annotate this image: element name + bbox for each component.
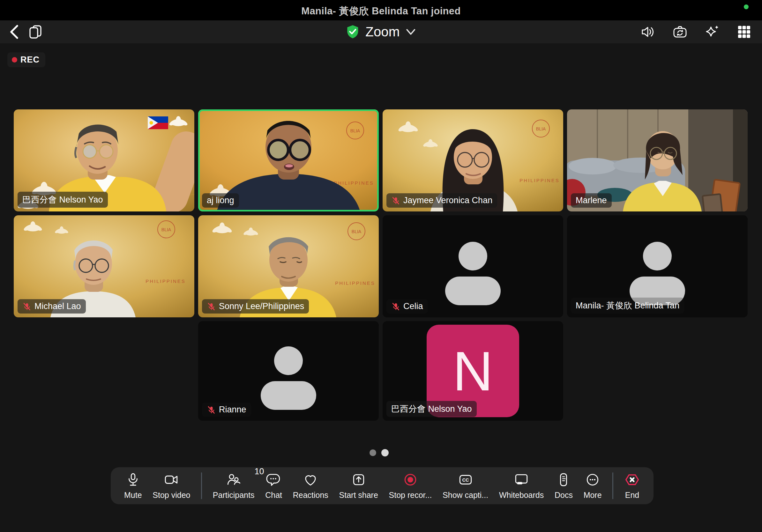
participant-tile-nelson-yao[interactable]: 巴西分會 Nelson Yao bbox=[14, 109, 194, 212]
whiteboards-button[interactable]: Whiteboards bbox=[499, 472, 544, 500]
camera-active-indicator bbox=[744, 4, 749, 9]
participant-name: Jaymee Veronica Chan bbox=[403, 195, 493, 205]
security-shield-icon bbox=[345, 24, 360, 39]
participant-name-tag: 巴西分會 Nelson Yao bbox=[18, 192, 108, 208]
whiteboards-label: Whiteboards bbox=[499, 491, 544, 500]
recording-dot-icon bbox=[12, 57, 17, 62]
svg-text:BLIA: BLIA bbox=[350, 128, 360, 133]
participant-name: Rianne bbox=[219, 405, 246, 415]
participant-tile-rianne[interactable]: Rianne bbox=[198, 321, 379, 421]
participants-button[interactable]: 10 Participants bbox=[213, 472, 255, 500]
participant-name: Marlene bbox=[575, 195, 607, 205]
mute-label: Mute bbox=[124, 491, 142, 500]
join-notification: Manila- 黃俊欣 Belinda Tan joined bbox=[0, 4, 762, 18]
app-title: Zoom bbox=[365, 24, 400, 39]
svg-text:PHILIPPINES: PHILIPPINES bbox=[519, 178, 560, 183]
docs-button[interactable]: Docs bbox=[555, 472, 573, 500]
recording-label: REC bbox=[21, 55, 39, 65]
participant-tile-belinda-tan[interactable]: Manila- 黃俊欣 Belinda Tan bbox=[567, 215, 748, 317]
meeting-title-group[interactable]: Zoom bbox=[345, 24, 416, 39]
end-label: End bbox=[625, 491, 639, 500]
more-ellipsis-icon bbox=[584, 472, 600, 488]
participant-name: 巴西分會 Nelson Yao bbox=[391, 403, 472, 415]
participant-tile-jaymee[interactable]: BLIA PHILIPPINES Jaymee Veronica Chan bbox=[383, 109, 563, 212]
page-indicator bbox=[369, 449, 389, 456]
more-label: More bbox=[584, 491, 602, 500]
docs-icon bbox=[556, 472, 572, 488]
participant-name-tag: Celia bbox=[386, 299, 428, 313]
muted-mic-icon bbox=[207, 405, 216, 414]
mic-icon bbox=[125, 472, 141, 488]
participant-name-tag: Rianne bbox=[202, 403, 251, 417]
participant-name-tag: Sonny Lee/Philippines bbox=[202, 299, 309, 313]
participant-tile-marlene[interactable]: Marlene bbox=[567, 109, 748, 212]
svg-text:PHILIPPINES: PHILIPPINES bbox=[334, 180, 374, 186]
participant-tile-celia[interactable]: Celia bbox=[383, 215, 563, 317]
share-screen-icon bbox=[351, 472, 367, 488]
show-captions-button[interactable]: CC Show capti... bbox=[443, 472, 488, 500]
reactions-button[interactable]: Reactions bbox=[293, 472, 328, 500]
stop-video-button[interactable]: Stop video bbox=[153, 472, 190, 500]
page-dot-1[interactable] bbox=[369, 449, 376, 456]
closed-captions-icon: CC bbox=[458, 472, 474, 488]
participant-tile-sonny-lee[interactable]: BLIA PHILIPPINES Sonny Lee/Philippines bbox=[198, 215, 379, 317]
chat-bubble-icon bbox=[266, 472, 282, 488]
back-icon[interactable] bbox=[8, 24, 21, 39]
heart-icon bbox=[302, 472, 319, 488]
multitask-icon[interactable] bbox=[28, 24, 43, 39]
status-bar: Manila- 黃俊欣 Belinda Tan joined bbox=[0, 0, 762, 21]
svg-text:BLIA: BLIA bbox=[162, 227, 171, 232]
muted-mic-icon bbox=[22, 302, 31, 311]
svg-text:BLIA: BLIA bbox=[536, 126, 546, 131]
meeting-header: Zoom bbox=[0, 21, 762, 43]
muted-mic-icon bbox=[391, 196, 400, 205]
participant-name-tag: Jaymee Veronica Chan bbox=[386, 193, 497, 208]
start-share-label: Start share bbox=[339, 491, 378, 500]
reactions-label: Reactions bbox=[293, 491, 328, 500]
participant-tile-michael-lao[interactable]: BLIA PHILIPPINES Michael Lao bbox=[14, 215, 194, 317]
participants-count-badge: 10 bbox=[254, 467, 264, 477]
participant-tile-nelson-yao-phone[interactable]: N 巴西分會 Nelson Yao bbox=[383, 321, 563, 421]
effects-sparkle-icon[interactable] bbox=[705, 24, 720, 39]
meeting-toolbar: Mute Stop video 10 Participants bbox=[111, 467, 653, 504]
participant-name: Michael Lao bbox=[35, 301, 81, 311]
recording-badge: REC bbox=[7, 52, 45, 67]
participant-name-tag: aj liong bbox=[202, 193, 239, 208]
participant-name-tag: Marlene bbox=[571, 193, 612, 208]
philippines-flag bbox=[148, 116, 168, 129]
show-captions-label: Show capti... bbox=[443, 491, 488, 500]
participant-tile-aj-liong[interactable]: BLIA PHILIPPINES aj liong bbox=[198, 109, 379, 212]
docs-label: Docs bbox=[555, 491, 573, 500]
participant-name-tag: Michael Lao bbox=[18, 299, 86, 313]
record-icon bbox=[402, 472, 418, 488]
chat-button[interactable]: Chat bbox=[265, 472, 282, 500]
zoom-meeting-screen: Manila- 黃俊欣 Belinda Tan joined Zoom bbox=[0, 0, 762, 532]
more-button[interactable]: More bbox=[584, 472, 602, 500]
page-dot-2-active[interactable] bbox=[381, 449, 389, 456]
video-camera-icon bbox=[163, 472, 179, 488]
avatar-letter: N bbox=[453, 339, 493, 403]
start-share-button[interactable]: Start share bbox=[339, 472, 378, 500]
grid-view-icon[interactable] bbox=[736, 24, 752, 39]
participant-name: Celia bbox=[403, 301, 423, 311]
stop-video-label: Stop video bbox=[153, 491, 190, 500]
toolbar-divider bbox=[612, 472, 613, 499]
chevron-down-icon bbox=[406, 28, 417, 36]
toolbar-divider bbox=[201, 472, 202, 499]
svg-text:BLIA: BLIA bbox=[352, 229, 361, 234]
mute-button[interactable]: Mute bbox=[124, 472, 142, 500]
svg-text:PHILIPPINES: PHILIPPINES bbox=[335, 280, 375, 286]
participant-name: 巴西分會 Nelson Yao bbox=[22, 194, 103, 205]
svg-text:PHILIPPINES: PHILIPPINES bbox=[145, 279, 186, 284]
muted-mic-icon bbox=[391, 302, 400, 311]
stop-recording-button[interactable]: Stop recor... bbox=[389, 472, 432, 500]
end-meeting-icon bbox=[624, 472, 640, 488]
participant-name: Manila- 黃俊欣 Belinda Tan bbox=[575, 300, 679, 311]
switch-camera-icon[interactable] bbox=[672, 24, 688, 39]
participants-label: Participants bbox=[213, 491, 255, 500]
participant-name-tag: 巴西分會 Nelson Yao bbox=[386, 401, 477, 417]
speaker-icon[interactable] bbox=[640, 24, 655, 39]
header-actions bbox=[640, 21, 752, 43]
end-meeting-button[interactable]: End bbox=[624, 472, 640, 500]
participant-name-tag: Manila- 黃俊欣 Belinda Tan bbox=[571, 298, 684, 313]
